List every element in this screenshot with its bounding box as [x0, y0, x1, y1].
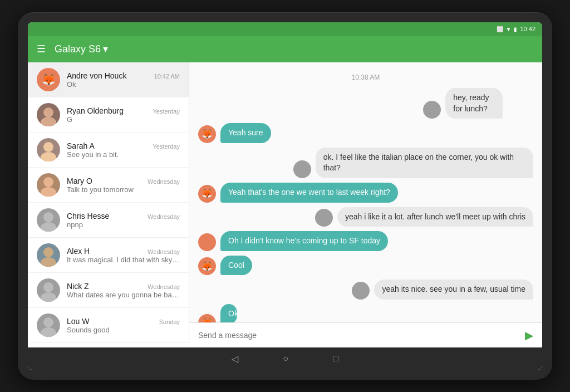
send-button[interactable]: ▶	[525, 329, 533, 342]
message-row-7: 🦊 Cool	[198, 256, 533, 276]
chat-timestamp-top: 10:38 AM	[198, 74, 533, 81]
conv-preview-8: Sounds good	[67, 326, 180, 334]
recents-button[interactable]: □	[333, 354, 338, 364]
bubble-7: Cool	[220, 256, 252, 276]
battery-icon: ⬜	[497, 26, 503, 32]
tablet-device: ⬜ ▼ ▮ 10:42 ☰ Galaxy S6 ▾ 🦊	[18, 12, 552, 380]
svg-point-4	[43, 177, 53, 187]
hamburger-icon[interactable]: ☰	[37, 43, 46, 55]
conv-time-8: Sunday	[159, 318, 180, 325]
bubble-3: ok. I feel like the italian place on the…	[316, 148, 533, 178]
recv-avatar-9: 🦊	[198, 314, 216, 322]
signal-icon: ▮	[514, 26, 517, 32]
status-icons: ⬜ ▼ ▮ 10:42	[497, 26, 535, 32]
chat-area: 10:38 AM hey, ready for lunch? 🦊 Yeah su…	[189, 62, 542, 347]
app-title: Galaxy S6 ▾	[55, 43, 108, 55]
conv-name-4: Mary O	[67, 177, 92, 185]
svg-point-13	[41, 327, 56, 337]
conv-preview-3: See you in a bit.	[67, 150, 180, 159]
chat-input-area: ▶	[189, 322, 542, 347]
conv-preview-7: What dates are you gonna be back in M...	[67, 291, 180, 299]
svg-point-2	[43, 142, 53, 152]
bubble-8: yeah its nice. see you in a few, usual t…	[374, 280, 533, 300]
message-row-3: ok. I feel like the italian place on the…	[198, 148, 533, 178]
avatar-2	[37, 103, 60, 126]
sent-avatar-8	[352, 282, 370, 300]
conv-info-5: Chris Hesse Wednesday npnp	[67, 212, 180, 229]
conv-item-8[interactable]: Lou W Sunday Sounds good	[28, 308, 189, 343]
conv-item-2[interactable]: Ryan Oldenburg Yesterday G	[28, 97, 189, 133]
conv-info-8: Lou W Sunday Sounds good	[67, 317, 180, 334]
svg-point-7	[41, 222, 56, 232]
sent-avatar-5	[315, 209, 333, 227]
conv-time-5: Wednesday	[148, 213, 180, 220]
conv-info-6: Alex H Wednesday It was magical. I did t…	[67, 247, 180, 264]
conv-item-7[interactable]: Nick Z Wednesday What dates are you gonn…	[28, 273, 189, 308]
conv-preview-2: G	[67, 115, 180, 124]
bubble-5: yeah i like it a lot. after lunch we'll …	[337, 207, 533, 227]
svg-point-8	[43, 247, 53, 257]
conv-item-6[interactable]: Alex H Wednesday It was magical. I did t…	[28, 238, 189, 273]
svg-point-12	[43, 317, 53, 327]
conv-name-7: Nick Z	[67, 282, 89, 291]
chat-messages: 10:38 AM hey, ready for lunch? 🦊 Yeah su…	[189, 62, 542, 322]
conv-name-5: Chris Hesse	[67, 212, 109, 220]
message-row-9: 🦊 Ok Now	[198, 304, 533, 322]
tablet-screen: ⬜ ▼ ▮ 10:42 ☰ Galaxy S6 ▾ 🦊	[28, 22, 542, 370]
conv-time-7: Wednesday	[148, 283, 180, 290]
svg-point-5	[41, 187, 56, 197]
main-content: 🦊 Andre von Houck 10:42 AM Ok	[28, 62, 542, 347]
conv-info-4: Mary O Wednesday Talk to you tomorrow	[67, 177, 180, 194]
message-row-6: Oh I didn't know he's coming up to SF to…	[198, 231, 533, 251]
conv-time-4: Wednesday	[148, 178, 180, 185]
back-button[interactable]: ◁	[232, 354, 238, 364]
svg-point-9	[41, 257, 56, 267]
message-row-1: hey, ready for lunch?	[198, 88, 533, 119]
svg-point-0	[43, 107, 53, 117]
conv-item-5[interactable]: Chris Hesse Wednesday npnp	[28, 203, 189, 238]
avatar-1: 🦊	[37, 68, 60, 91]
message-row-2: 🦊 Yeah sure	[198, 123, 533, 143]
avatar-3	[37, 138, 60, 161]
svg-point-11	[41, 292, 56, 302]
recv-avatar-7: 🦊	[198, 257, 216, 275]
avatar-7	[37, 278, 60, 302]
conv-preview-4: Talk to you tomorrow	[67, 185, 180, 194]
conv-preview-6: It was magical. I did that with skyrim	[67, 256, 180, 264]
message-input[interactable]	[198, 331, 518, 340]
conv-time-2: Yesterday	[153, 108, 180, 115]
conversation-list: 🦊 Andre von Houck 10:42 AM Ok	[28, 62, 189, 347]
msg-col-1: hey, ready for lunch?	[445, 88, 533, 119]
conv-time-6: Wednesday	[148, 248, 180, 255]
sent-avatar-1	[423, 101, 441, 119]
status-bar: ⬜ ▼ ▮ 10:42	[28, 22, 542, 36]
bubble-2: Yeah sure	[220, 123, 271, 143]
app-bar: ☰ Galaxy S6 ▾	[28, 36, 542, 62]
conv-info-1: Andre von Houck 10:42 AM Ok	[67, 71, 180, 89]
conv-item-3[interactable]: Sarah A Yesterday See you in a bit.	[28, 133, 189, 168]
conv-item-1[interactable]: 🦊 Andre von Houck 10:42 AM Ok	[28, 62, 189, 97]
conv-item-4[interactable]: Mary O Wednesday Talk to you tomorrow	[28, 168, 189, 203]
home-button[interactable]: ○	[283, 354, 288, 364]
conv-preview-5: npnp	[67, 220, 180, 229]
svg-point-6	[43, 212, 53, 222]
conv-time-3: Yesterday	[153, 143, 180, 150]
bubble-9: Ok	[220, 304, 237, 322]
bubble-4: Yeah that's the one we went to last week…	[220, 183, 398, 203]
bubble-1: hey, ready for lunch?	[445, 88, 503, 119]
conv-name-6: Alex H	[67, 247, 90, 256]
conv-name-8: Lou W	[67, 317, 89, 326]
avatar-8	[37, 313, 60, 337]
conv-time-1: 10:42 AM	[154, 73, 180, 80]
conv-name-3: Sarah A	[67, 141, 95, 150]
nav-bar: ◁ ○ □	[28, 347, 542, 370]
svg-point-3	[41, 152, 56, 161]
svg-point-1	[41, 117, 56, 126]
avatar-4	[37, 173, 60, 197]
conv-info-7: Nick Z Wednesday What dates are you gonn…	[67, 282, 180, 299]
dropdown-arrow-icon[interactable]: ▾	[103, 43, 108, 55]
status-time: 10:42	[520, 26, 535, 32]
conv-name-2: Ryan Oldenburg	[67, 106, 124, 115]
msg-col-9: Ok Now	[220, 304, 246, 322]
message-row-8: yeah its nice. see you in a few, usual t…	[198, 280, 533, 300]
